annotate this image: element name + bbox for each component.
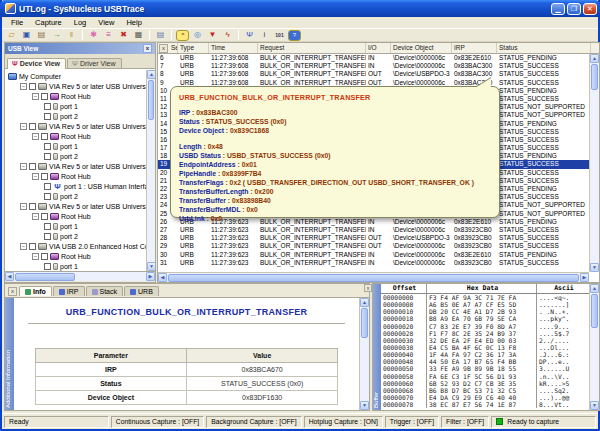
expander-icon[interactable]: −: [32, 93, 39, 100]
tree-item[interactable]: port 2: [5, 151, 155, 161]
detail-view-button[interactable]: ▤: [154, 30, 167, 41]
info-vertical-scrollbar[interactable]: ▲ ▼: [359, 298, 369, 410]
tooltip-toggle-button[interactable]: ❝: [176, 30, 189, 41]
minimize-button[interactable]: ▁: [551, 3, 565, 15]
binary-view-button[interactable]: 101: [273, 30, 286, 41]
log-row[interactable]: 8URB11:27:39:608BULK_OR_INTERRUPT_TRANSF…: [158, 70, 589, 78]
log-row[interactable]: 28URB11:27:39:623BULK_OR_INTERRUPT_TRANS…: [158, 234, 589, 242]
tree-item[interactable]: −Root Hub: [5, 211, 155, 221]
checkbox[interactable]: [44, 183, 51, 190]
tree-horizontal-scrollbar[interactable]: ◀ ▶: [5, 271, 155, 281]
tree-item[interactable]: −VIA Rev 5 or later USB Universal Host C: [5, 161, 155, 171]
checkbox[interactable]: [41, 93, 48, 100]
checkbox[interactable]: [29, 123, 36, 130]
export-button[interactable]: ▤: [35, 30, 48, 41]
capture-options-button[interactable]: ✱: [87, 30, 100, 41]
checkbox[interactable]: [29, 203, 36, 210]
expander-icon[interactable]: −: [20, 123, 27, 130]
expander-icon[interactable]: −: [20, 163, 27, 170]
expander-icon[interactable]: −: [32, 213, 39, 220]
expander-icon[interactable]: −: [20, 243, 27, 250]
tree-item[interactable]: Ψport 1 : USB Human Interface D: [5, 181, 155, 191]
scroll-left-icon[interactable]: ◀: [5, 272, 14, 281]
scroll-up-icon[interactable]: ▲: [590, 284, 599, 293]
log-row[interactable]: 27URB11:27:39:623BULK_OR_INTERRUPT_TRANS…: [158, 226, 589, 234]
hex-vertical-scrollbar[interactable]: ▲ ▼: [589, 284, 599, 410]
tree-item[interactable]: −VIA Rev 5 or later USB Universal Host C: [5, 201, 155, 211]
checkbox[interactable]: [44, 193, 51, 200]
column-header-irp[interactable]: IRP: [452, 43, 497, 53]
menu-file[interactable]: File: [5, 17, 29, 28]
checkbox[interactable]: [41, 173, 48, 180]
menu-log[interactable]: Log: [68, 17, 93, 28]
column-header-request[interactable]: Request: [258, 43, 366, 53]
search-button[interactable]: ◎: [191, 30, 204, 41]
scroll-down-icon[interactable]: ▼: [590, 401, 599, 410]
close-button[interactable]: ✕: [583, 3, 597, 15]
log-horizontal-scrollbar[interactable]: ◀ ▶: [158, 272, 589, 282]
tree-item[interactable]: −VIA Rev 5 or later USB Universal Host C: [5, 81, 155, 91]
tree-item[interactable]: port 1: [5, 221, 155, 231]
scroll-up-icon[interactable]: ▲: [360, 298, 369, 307]
tree-item[interactable]: −Root Hub: [5, 251, 155, 261]
tab-driver-view[interactable]: ΨDriver View: [67, 58, 122, 68]
menu-view[interactable]: View: [92, 17, 120, 28]
tab-irp[interactable]: IRP: [53, 286, 85, 296]
tree-item[interactable]: port 2: [5, 191, 155, 201]
checkbox[interactable]: [44, 113, 51, 120]
tree-item[interactable]: −Root Hub: [5, 91, 155, 101]
column-header-io[interactable]: I/O: [366, 43, 391, 53]
scroll-down-icon[interactable]: ▼: [590, 263, 599, 272]
help-button[interactable]: ?: [288, 30, 301, 41]
column-header-type[interactable]: Type: [178, 43, 209, 53]
tab-stack[interactable]: Stack: [86, 286, 124, 296]
tree-item[interactable]: −VIA Rev 5 or later USB Universal Host C: [5, 121, 155, 131]
info-pane-close-icon[interactable]: x: [8, 287, 17, 296]
usb-view-close-icon[interactable]: x: [143, 44, 152, 53]
tree-item[interactable]: −VIA USB 2.0 Enhanced Host Controller: [5, 241, 155, 251]
expander-icon[interactable]: −: [32, 253, 39, 260]
scroll-down-icon[interactable]: ▼: [147, 262, 155, 271]
tree-item[interactable]: port 2: [5, 231, 155, 241]
checkbox[interactable]: [41, 253, 48, 260]
scroll-left-icon[interactable]: ◀: [158, 273, 167, 282]
save-button[interactable]: ▣: [20, 30, 33, 41]
tree-item[interactable]: port 1: [5, 261, 155, 271]
print-button[interactable]: ▦: [132, 30, 145, 41]
tree-item[interactable]: My Computer: [5, 71, 155, 81]
tree-item[interactable]: port 1: [5, 101, 155, 111]
column-header-status[interactable]: Status: [497, 43, 591, 53]
log-row[interactable]: 7URB11:27:39:608BULK_OR_INTERRUPT_TRANSF…: [158, 62, 589, 70]
tree-vertical-scrollbar[interactable]: ▲ ▼: [146, 70, 155, 271]
expander-icon[interactable]: −: [32, 133, 39, 140]
open-button[interactable]: ▱: [5, 30, 18, 41]
expander-icon[interactable]: −: [20, 203, 27, 210]
checkbox[interactable]: [29, 243, 36, 250]
menu-help[interactable]: Help: [120, 17, 147, 28]
tree-item[interactable]: port 2: [5, 111, 155, 121]
tab-info[interactable]: Info: [19, 286, 52, 296]
scroll-down-icon[interactable]: ▼: [360, 401, 369, 410]
checkbox[interactable]: [44, 223, 51, 230]
clear-log-button[interactable]: ✖: [117, 30, 130, 41]
log-row[interactable]: 31URB11:27:39:623BULK_OR_INTERRUPT_TRANS…: [158, 259, 589, 267]
scroll-right-icon[interactable]: ▶: [146, 272, 155, 281]
usb-tree-button[interactable]: Ψ: [243, 30, 256, 41]
tab-urb[interactable]: URB: [124, 286, 159, 296]
checkbox[interactable]: [44, 153, 51, 160]
checkbox[interactable]: [44, 233, 51, 240]
log-vertical-scrollbar[interactable]: ▲ ▼: [589, 54, 599, 272]
checkbox[interactable]: [44, 103, 51, 110]
column-header-seq[interactable]: Seq: [169, 43, 178, 53]
tab-device-view[interactable]: ΨDevice View: [7, 58, 66, 69]
start-capture-button[interactable]: →: [50, 30, 63, 41]
checkbox[interactable]: [44, 143, 51, 150]
log-row[interactable]: 30URB11:27:39:623BULK_OR_INTERRUPT_TRANS…: [158, 251, 589, 259]
expander-icon[interactable]: −: [20, 83, 27, 90]
info-button[interactable]: i: [258, 30, 271, 41]
column-header-deviceobject[interactable]: Device Object: [391, 43, 452, 53]
checkbox[interactable]: [29, 163, 36, 170]
checkbox[interactable]: [29, 83, 36, 90]
menu-capture[interactable]: Capture: [29, 17, 68, 28]
tree-item[interactable]: −Root Hub: [5, 131, 155, 141]
